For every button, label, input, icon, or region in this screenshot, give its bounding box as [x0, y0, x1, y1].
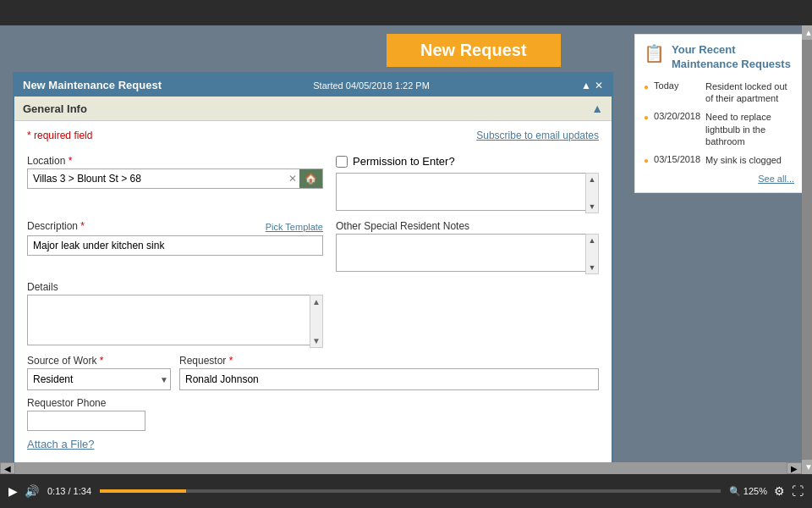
new-request-button[interactable]: New Request	[387, 34, 561, 67]
details-row: Details ▲ ▼	[27, 281, 599, 348]
recent-title: Your Recent Maintenance Requests	[672, 43, 794, 72]
permission-scrollbar: ▲ ▼	[585, 173, 599, 213]
permission-dropdown-wrapper: ▲ ▼	[336, 173, 599, 213]
settings-button[interactable]: ⚙	[774, 484, 785, 498]
recent-text-2: Need to replace lightbulb in the bathroo…	[705, 111, 794, 147]
other-notes-label: Other Special Resident Notes	[336, 220, 599, 232]
required-field-col: * required field	[27, 130, 323, 148]
details-textarea-wrapper: ▲ ▼	[27, 295, 323, 348]
description-notes-row: Description * Pick Template Other Specia…	[27, 220, 599, 274]
other-notes-scroll-down[interactable]: ▼	[586, 262, 598, 273]
phone-input[interactable]	[27, 411, 145, 431]
bottom-right-controls: 🔍 125% ⚙ ⛶	[729, 484, 804, 498]
location-home-button[interactable]: 🏠	[299, 169, 322, 188]
description-header: Description * Pick Template	[27, 220, 323, 234]
scroll-bottom-arrow[interactable]: ▼	[802, 460, 812, 474]
horizontal-scrollbar: ◀ ▶	[0, 462, 802, 474]
location-col: Location * ✕ 🏠	[27, 155, 323, 213]
phone-label: Requestor Phone	[27, 397, 323, 409]
progress-bar[interactable]	[100, 489, 721, 493]
recent-date-2: 03/20/2018	[654, 111, 700, 121]
permission-textarea[interactable]	[336, 173, 599, 211]
subscribe-link[interactable]: Subscribe to email updates	[336, 130, 599, 141]
phone-row: Requestor Phone	[27, 397, 599, 431]
other-notes-scroll-up[interactable]: ▲	[586, 235, 598, 246]
location-clear-button[interactable]: ✕	[286, 173, 299, 185]
other-notes-scrollbar: ▲ ▼	[585, 234, 599, 274]
h-scroll-right[interactable]: ▶	[787, 462, 802, 474]
play-button[interactable]: ▶	[8, 484, 18, 498]
permission-area: Permission to Enter?	[336, 155, 599, 168]
source-select[interactable]: Resident Staff Manager	[27, 368, 171, 390]
attach-col: Attach a File?	[27, 438, 323, 450]
list-item: ● 03/20/2018 Need to replace lightbulb i…	[644, 111, 794, 147]
time-display: 0:13 / 1:34	[47, 486, 91, 496]
location-input[interactable]	[28, 169, 286, 188]
location-input-wrapper: ✕ 🏠	[27, 168, 323, 189]
collapse-button[interactable]: ▲	[591, 102, 603, 115]
volume-button[interactable]: 🔊	[25, 484, 39, 498]
recent-date-3: 03/15/2018	[654, 154, 700, 164]
requestor-input[interactable]	[179, 368, 599, 390]
source-requestor-row: Source of Work * Resident Staff Manager …	[27, 355, 599, 390]
modal-title: New Maintenance Request	[23, 79, 162, 91]
status-dot-1: ●	[644, 82, 649, 91]
details-scroll-down[interactable]: ▼	[310, 334, 322, 347]
status-dot-2: ●	[644, 113, 649, 122]
playback-controls: ▶ 🔊	[8, 484, 39, 498]
h-scroll-left[interactable]: ◀	[0, 462, 15, 474]
recent-text-3: My sink is clogged	[705, 154, 782, 166]
details-scroll-up[interactable]: ▲	[310, 295, 322, 308]
top-bar	[0, 0, 812, 25]
permission-scroll-down[interactable]: ▼	[586, 201, 598, 213]
form-panel: New Maintenance Request Started 04/05/20…	[0, 25, 626, 474]
source-select-wrapper: Resident Staff Manager ▼	[27, 368, 171, 390]
description-input[interactable]	[27, 235, 323, 256]
zoom-display: 🔍 125%	[729, 486, 767, 497]
other-notes-col: Other Special Resident Notes ▲ ▼	[336, 220, 599, 274]
location-label: Location *	[27, 155, 323, 167]
permission-scroll-up[interactable]: ▲	[586, 174, 598, 185]
details-right-spacer	[336, 281, 599, 348]
pick-template-link[interactable]: Pick Template	[266, 222, 323, 232]
section-header: General Info ▲	[14, 97, 612, 121]
minimize-icon[interactable]: ▲	[581, 80, 591, 91]
location-permission-row: Location * ✕ 🏠 Permission to Enter?	[27, 155, 599, 213]
permission-checkbox[interactable]	[336, 156, 348, 168]
required-field-label: * required field	[27, 130, 323, 141]
required-text: required field	[34, 130, 92, 141]
phone-col: Requestor Phone	[27, 397, 323, 431]
permission-col: Permission to Enter? ▲ ▼	[336, 155, 599, 213]
modal-controls: ▲ ✕	[581, 80, 603, 91]
right-sidebar: 📋 Your Recent Maintenance Requests ● Tod…	[626, 25, 812, 474]
scroll-top-arrow[interactable]: ▲	[802, 25, 812, 40]
attach-row: Attach a File?	[27, 438, 599, 450]
recent-date-1: Today	[654, 80, 700, 91]
right-scrollbar: ▲ ▼	[802, 25, 812, 474]
description-col: Description * Pick Template	[27, 220, 323, 274]
details-textarea[interactable]	[27, 295, 323, 345]
status-dot-3: ●	[644, 156, 649, 165]
other-notes-textarea-wrapper: ▲ ▼	[336, 234, 599, 274]
progress-bar-fill	[100, 489, 186, 493]
requestor-col: Requestor *	[179, 355, 599, 390]
bottom-bar: ▶ 🔊 0:13 / 1:34 🔍 125% ⚙ ⛶	[0, 474, 812, 508]
description-label: Description *	[27, 220, 85, 232]
see-all-link[interactable]: See all...	[644, 174, 794, 184]
source-col: Source of Work * Resident Staff Manager …	[27, 355, 171, 390]
recent-header: 📋 Your Recent Maintenance Requests	[644, 43, 794, 72]
requestor-label: Requestor *	[179, 355, 599, 367]
details-scrollbar: ▲ ▼	[310, 295, 323, 348]
list-item: ● Today Resident locked out of their apa…	[644, 80, 794, 105]
section-title: General Info	[23, 102, 87, 115]
close-icon[interactable]: ✕	[595, 80, 603, 91]
attach-file-link[interactable]: Attach a File?	[27, 438, 95, 450]
permission-label: Permission to Enter?	[353, 155, 455, 168]
other-notes-textarea[interactable]	[336, 234, 599, 272]
recent-text-1: Resident locked out of their apartment	[705, 80, 794, 105]
fullscreen-button[interactable]: ⛶	[792, 484, 804, 498]
modal-header: New Maintenance Request Started 04/05/20…	[14, 74, 612, 97]
modal-window: New Maintenance Request Started 04/05/20…	[13, 72, 613, 474]
required-subscribe-row: * required field Subscribe to email upda…	[27, 130, 599, 148]
list-item: ● 03/15/2018 My sink is clogged	[644, 154, 794, 166]
